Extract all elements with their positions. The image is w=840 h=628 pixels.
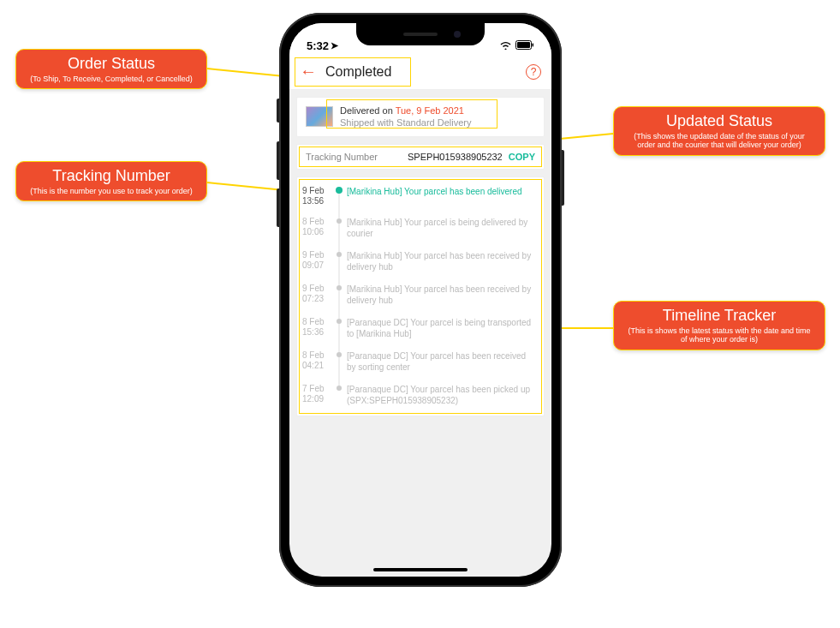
timeline-message: [Marikina Hub] Your parcel has been rece… [347,250,535,273]
back-icon[interactable]: ← [300,62,317,81]
timeline-message: [Paranaque DC] Your parcel is being tran… [347,317,535,340]
side-button [277,99,279,123]
notch [356,23,485,45]
timeline-date: 8 Feb10:06 [302,217,331,240]
timeline-message: [Paranaque DC] Your parcel has been rece… [347,350,535,374]
help-icon[interactable]: ? [526,64,541,80]
callout-title: Order Status [27,55,196,74]
product-thumbnail [306,106,333,127]
timeline-date: 9 Feb09:07 [302,250,331,273]
timeline-date: 8 Feb15:36 [302,317,331,340]
timeline-dot-icon [337,252,342,257]
timeline-dot-icon [337,319,342,324]
side-button [277,188,279,227]
svg-rect-5 [517,42,530,48]
timeline-row: 9 Feb13:56[Marikina Hub] Your parcel has… [302,186,535,206]
timeline-dot-icon [337,386,342,391]
timeline-dot-icon [336,187,343,194]
delivered-prefix: Delivered on [340,105,396,116]
timeline-message: [Paranaque DC] Your parcel has been pick… [347,384,535,407]
copy-button[interactable]: COPY [509,152,535,162]
callout-desc: (This is the number you use to track you… [27,187,196,196]
callout-timeline-tracker: Timeline Tracker (This is shows the late… [613,301,825,350]
delivered-date: Tue, 9 Feb 2021 [396,105,464,116]
callout-title: Tracking Number [27,167,196,186]
phone-mockup: 5:32 ➤ ← Completed ? [279,13,562,587]
callout-desc: (To Ship, To Receive, Completed, or Canc… [27,75,196,84]
timeline-message: [Marikina Hub] Your parcel has been deli… [347,186,535,206]
timeline: 9 Feb13:56[Marikina Hub] Your parcel has… [296,176,545,416]
timeline-dot-icon [337,218,342,224]
timeline-row: 8 Feb04:21[Paranaque DC] Your parcel has… [302,350,535,374]
timeline-date: 9 Feb07:23 [302,284,331,307]
svg-rect-6 [533,44,534,47]
location-icon: ➤ [331,40,338,51]
callout-order-status: Order Status (To Ship, To Receive, Compl… [15,49,207,89]
shipping-method: Shipped with Standard Delivery [340,117,471,129]
timeline-row: 7 Feb12:09[Paranaque DC] Your parcel has… [302,384,535,407]
screen: 5:32 ➤ ← Completed ? [289,23,551,577]
header: ← Completed ? [289,54,551,90]
side-button [562,150,564,206]
delivery-status-card: Delivered on Tue, 9 Feb 2021 Shipped wit… [296,97,545,137]
home-indicator [373,568,468,571]
timeline-row: 9 Feb09:07[Marikina Hub] Your parcel has… [302,250,535,273]
timeline-message: [Marikina Hub] Your parcel has been rece… [347,284,535,307]
timeline-dot-icon [337,285,342,290]
timeline-row: 8 Feb10:06[Marikina Hub] Your parcel is … [302,217,535,240]
timeline-date: 7 Feb12:09 [302,384,331,407]
wifi-icon [499,39,512,52]
callout-title: Timeline Tracker [624,307,814,326]
timeline-row: 9 Feb07:23[Marikina Hub] Your parcel has… [302,284,535,307]
side-button [277,141,279,180]
timeline-message: [Marikina Hub] Your parcel is being deli… [347,217,535,240]
callout-tracking-number: Tracking Number (This is the number you … [15,161,207,201]
callout-desc: (This is shows the latest status with th… [624,326,814,345]
status-time: 5:32 [307,39,329,52]
callout-updated-status: Updated Status (This shows the updated d… [613,106,825,156]
timeline-dot-icon [337,352,342,357]
tracking-label: Tracking Number [306,152,378,162]
delivered-line: Delivered on Tue, 9 Feb 2021 [340,105,471,117]
page-title: Completed [325,64,526,80]
timeline-date: 8 Feb04:21 [302,350,331,374]
callout-desc: (This shows the updated date of the stat… [624,132,814,151]
battery-icon [515,39,534,52]
callout-title: Updated Status [624,112,814,131]
tracking-row: Tracking Number SPEPH015938905232 COPY [296,144,545,170]
tracking-value: SPEPH015938905232 [408,152,503,162]
timeline-row: 8 Feb15:36[Paranaque DC] Your parcel is … [302,317,535,340]
timeline-date: 9 Feb13:56 [302,186,331,206]
